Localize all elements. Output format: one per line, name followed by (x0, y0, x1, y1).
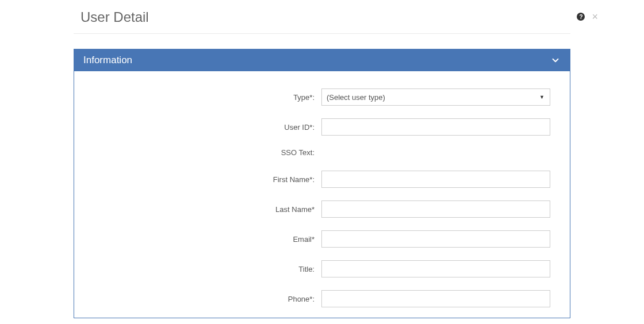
phone-label: Phone*: (74, 295, 321, 303)
type-select[interactable]: (Select user type) (321, 88, 550, 106)
phone-input[interactable] (321, 290, 550, 307)
first-name-label: First Name*: (74, 175, 321, 184)
user-id-input[interactable] (321, 118, 550, 136)
panel-header[interactable]: Information (74, 49, 570, 71)
information-panel: Information Type*: (Select user type) Us… (74, 49, 570, 318)
panel-body: Type*: (Select user type) User ID*: SSO … (74, 71, 570, 318)
close-icon[interactable]: × (592, 11, 598, 22)
sso-text-label: SSO Text: (74, 148, 321, 157)
email-label: Email* (74, 235, 321, 244)
panel-title: Information (83, 55, 132, 66)
title-input[interactable] (321, 260, 550, 277)
chevron-down-icon (550, 55, 561, 65)
first-name-input[interactable] (321, 171, 550, 188)
email-input[interactable] (321, 230, 550, 248)
last-name-input[interactable] (321, 200, 550, 218)
type-label: Type*: (74, 93, 321, 102)
title-field-label: Title: (74, 265, 321, 273)
title-divider (74, 33, 570, 34)
page-title: User Detail (80, 9, 149, 33)
help-icon[interactable]: ? (577, 13, 585, 21)
user-id-label: User ID*: (74, 123, 321, 132)
last-name-label: Last Name* (74, 205, 321, 214)
